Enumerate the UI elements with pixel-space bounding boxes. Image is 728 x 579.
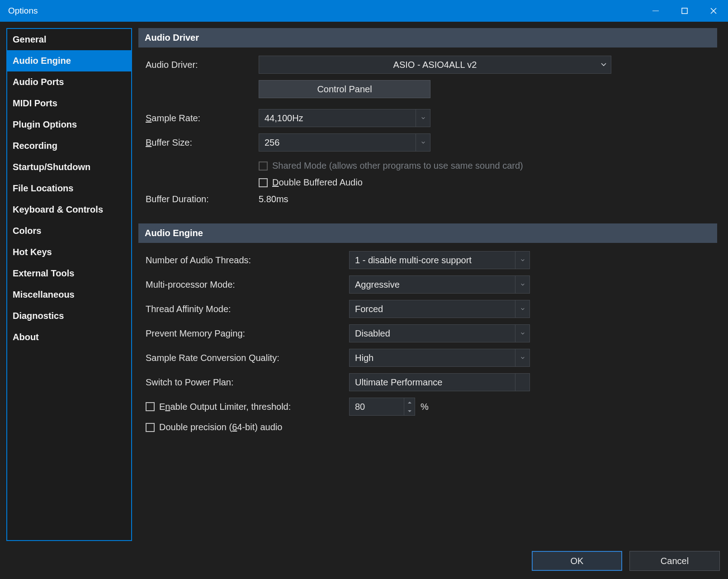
sidebar-item-midi-ports[interactable]: MIDI Ports bbox=[7, 93, 131, 114]
chevron-down-icon bbox=[416, 109, 430, 127]
paging-select[interactable]: Disabled bbox=[349, 324, 530, 342]
section-header-audio-engine: Audio Engine bbox=[138, 223, 717, 243]
sample-rate-select[interactable]: 44,100Hz bbox=[259, 109, 430, 127]
power-plan-label: Switch to Power Plan: bbox=[146, 377, 349, 388]
paging-value: Disabled bbox=[355, 328, 390, 339]
limiter-threshold-input[interactable]: 80 bbox=[349, 398, 415, 416]
shared-mode-label: Shared Mode (allows other programs to us… bbox=[272, 161, 523, 171]
buffer-duration-label: Buffer Duration: bbox=[146, 194, 259, 204]
chevron-down-icon bbox=[515, 252, 529, 269]
sample-rate-label: Sample Rate: bbox=[146, 113, 259, 123]
ok-button[interactable]: OK bbox=[532, 551, 622, 571]
threads-label: Number of Audio Threads: bbox=[146, 255, 349, 266]
close-button[interactable] bbox=[699, 0, 728, 22]
mp-mode-label: Multi-processor Mode: bbox=[146, 280, 349, 290]
output-limiter-label: Enable Output Limiter, threshold: bbox=[159, 402, 291, 412]
shared-mode-checkbox bbox=[259, 161, 268, 171]
footer: OK Cancel bbox=[0, 547, 728, 579]
sidebar-item-plugin-options[interactable]: Plugin Options bbox=[7, 114, 131, 135]
power-plan-select[interactable]: Ultimate Performance bbox=[349, 373, 530, 391]
sidebar-item-startup-shutdown[interactable]: Startup/Shutdown bbox=[7, 157, 131, 178]
mp-mode-select[interactable]: Aggressive bbox=[349, 275, 530, 294]
threads-select[interactable]: 1 - disable multi-core support bbox=[349, 251, 530, 269]
chevron-down-icon bbox=[601, 62, 606, 67]
src-quality-label: Sample Rate Conversion Quality: bbox=[146, 353, 349, 363]
sidebar-item-general[interactable]: General bbox=[7, 29, 131, 50]
sidebar-item-file-locations[interactable]: File Locations bbox=[7, 178, 131, 199]
sidebar-item-audio-engine[interactable]: Audio Engine bbox=[7, 50, 131, 71]
chevron-down-icon bbox=[515, 349, 529, 366]
affinity-select[interactable]: Forced bbox=[349, 300, 530, 318]
chevron-down-icon bbox=[416, 134, 430, 151]
sidebar-item-keyboard-controls[interactable]: Keyboard & Controls bbox=[7, 199, 131, 220]
chevron-down-icon bbox=[515, 300, 529, 318]
content-area: General Audio Engine Audio Ports MIDI Po… bbox=[0, 22, 728, 547]
audio-driver-label: Audio Driver: bbox=[146, 60, 259, 70]
limiter-unit: % bbox=[421, 402, 429, 412]
chevron-down-icon bbox=[515, 325, 529, 342]
spinner-arrows[interactable] bbox=[404, 398, 415, 415]
buffer-size-value: 256 bbox=[265, 138, 279, 148]
spinner-up-icon[interactable] bbox=[404, 398, 415, 407]
sidebar-item-miscellaneous[interactable]: Miscellaneous bbox=[7, 284, 131, 305]
power-plan-value: Ultimate Performance bbox=[355, 377, 442, 388]
sidebar-item-external-tools[interactable]: External Tools bbox=[7, 263, 131, 284]
sidebar-item-audio-ports[interactable]: Audio Ports bbox=[7, 71, 131, 93]
control-panel-button[interactable]: Control Panel bbox=[259, 80, 430, 98]
audio-driver-value: ASIO - ASIO4ALL v2 bbox=[393, 60, 477, 70]
options-window: Options General Audio Engine Audio Ports… bbox=[0, 0, 728, 579]
section-audio-engine: Number of Audio Threads: 1 - disable mul… bbox=[138, 251, 717, 451]
cancel-button[interactable]: Cancel bbox=[629, 551, 720, 571]
buffer-size-label: Buffer Size: bbox=[146, 138, 259, 148]
double-precision-checkbox[interactable] bbox=[146, 423, 155, 432]
threads-value: 1 - disable multi-core support bbox=[355, 255, 472, 266]
section-audio-driver: Audio Driver: ASIO - ASIO4ALL v2 Control… bbox=[138, 56, 717, 223]
main-panel: Audio Driver Audio Driver: ASIO - ASIO4A… bbox=[138, 28, 722, 541]
double-buffered-checkbox[interactable] bbox=[259, 178, 268, 187]
maximize-button[interactable] bbox=[670, 0, 699, 22]
sidebar-item-recording[interactable]: Recording bbox=[7, 135, 131, 157]
sample-rate-value: 44,100Hz bbox=[265, 113, 303, 123]
sidebar: General Audio Engine Audio Ports MIDI Po… bbox=[6, 28, 132, 541]
svg-rect-1 bbox=[682, 8, 687, 14]
double-precision-label: Double precision (64-bit) audio bbox=[159, 422, 282, 432]
window-title: Options bbox=[8, 6, 641, 16]
limiter-threshold-value: 80 bbox=[350, 398, 404, 415]
minimize-button[interactable] bbox=[641, 0, 670, 22]
paging-label: Prevent Memory Paging: bbox=[146, 328, 349, 339]
titlebar: Options bbox=[0, 0, 728, 22]
mp-mode-value: Aggressive bbox=[355, 280, 400, 290]
sidebar-item-diagnostics[interactable]: Diagnostics bbox=[7, 305, 131, 327]
output-limiter-checkbox[interactable] bbox=[146, 402, 155, 411]
section-header-audio-driver: Audio Driver bbox=[138, 28, 717, 47]
sidebar-item-colors[interactable]: Colors bbox=[7, 220, 131, 242]
src-quality-value: High bbox=[355, 353, 373, 363]
double-buffered-label: Double Buffered Audio bbox=[272, 177, 363, 188]
buffer-size-select[interactable]: 256 bbox=[259, 133, 430, 152]
affinity-label: Thread Affinity Mode: bbox=[146, 304, 349, 314]
sidebar-item-hot-keys[interactable]: Hot Keys bbox=[7, 242, 131, 263]
sidebar-item-about[interactable]: About bbox=[7, 327, 131, 348]
src-quality-select[interactable]: High bbox=[349, 349, 530, 367]
spinner-down-icon[interactable] bbox=[404, 407, 415, 415]
chevron-down-icon bbox=[515, 374, 529, 391]
chevron-down-icon bbox=[515, 276, 529, 293]
buffer-duration-value: 5.80ms bbox=[259, 194, 288, 204]
affinity-value: Forced bbox=[355, 304, 383, 314]
audio-driver-select[interactable]: ASIO - ASIO4ALL v2 bbox=[259, 56, 611, 74]
